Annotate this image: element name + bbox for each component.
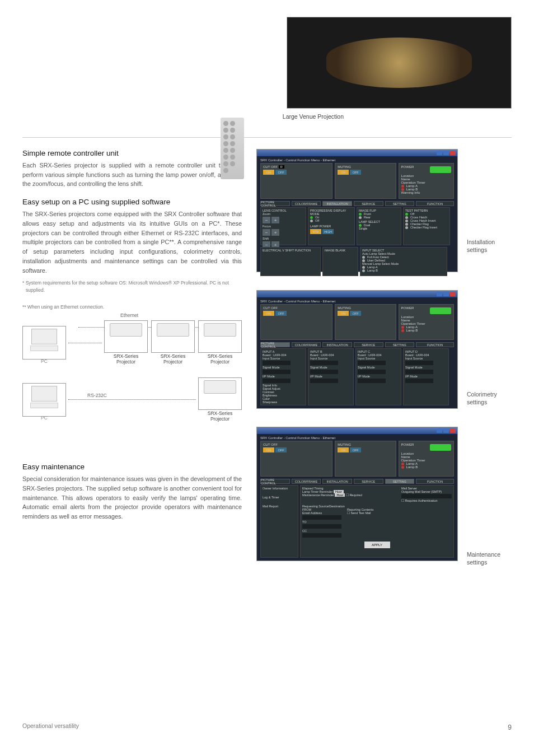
maint-heading: Easy maintenance [22, 463, 242, 471]
footnote-2: ** When using an Ethernet connection. [22, 304, 242, 310]
footnote-1: * System requirements for the setup soft… [22, 279, 242, 293]
proj-label-2: SRX-SeriesProjector [151, 354, 195, 365]
proj-label-4: SRX-SeriesProjector [198, 411, 242, 422]
diagram-projector-2 [151, 320, 195, 353]
colorimetry-caption: Colorimetry settings [467, 391, 512, 406]
remote-body: Each SRX-Series projector is supplied wi… [22, 161, 242, 189]
diagram-projector-3 [198, 320, 242, 353]
hero-caption: Large Venue Projection [283, 113, 344, 120]
ethernet-label: Ethernet [120, 312, 138, 318]
installation-caption: Installation settings [467, 239, 512, 254]
colorimetry-screenshot: SRX Controller - Control Function Menu -… [256, 290, 458, 409]
connection-diagram: Ethernet PC SRX-SeriesProjector [22, 320, 242, 449]
diagram-projector-1 [104, 320, 148, 353]
page-number: 9 [508, 724, 512, 731]
footer-operational: Operational versatility [22, 722, 79, 729]
diagram-pc-2: PC [22, 383, 66, 417]
remote-heading: Simple remote controller unit [22, 149, 242, 157]
proj-label-3: SRX-SeriesProjector [198, 354, 242, 365]
proj-label-1: SRX-SeriesProjector [104, 354, 148, 365]
maint-body: Special consideration for maintenance is… [22, 474, 242, 521]
maintenance-caption: Maintenance settings [467, 551, 512, 566]
diagram-pc-1: PC [22, 326, 66, 360]
remote-controller-image [221, 118, 244, 179]
hero-photo [287, 17, 512, 109]
diagram-projector-4 [198, 377, 242, 410]
maintenance-screenshot: SRX Controller - Control Function Menu -… [256, 427, 458, 561]
pc-label-2: PC [41, 415, 48, 421]
rs232c-label: RS-232C [87, 393, 107, 398]
installation-screenshot: SRX Controller - Control Function Menu -… [256, 149, 458, 272]
setup-body: The SRX-Series projectors come equipped … [22, 209, 242, 275]
setup-heading: Easy setup on a PC using supplied softwa… [22, 198, 242, 206]
pc-label-1: PC [41, 358, 48, 364]
